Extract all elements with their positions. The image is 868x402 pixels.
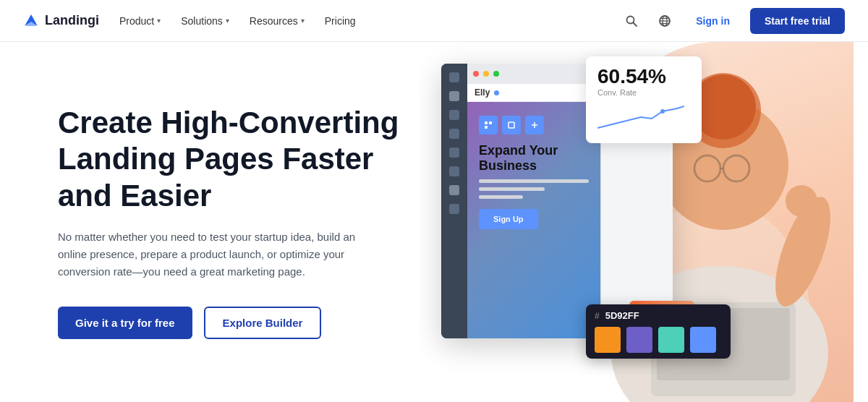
sidebar-tool-8 xyxy=(449,204,459,214)
sidebar-tool-5 xyxy=(449,147,459,158)
svg-rect-23 xyxy=(485,126,488,129)
conv-rate-label: Conv. Rate xyxy=(597,88,690,97)
start-trial-button[interactable]: Start free trial xyxy=(750,8,845,34)
swatch-blue xyxy=(690,327,716,353)
hero-description: No matter whether you need to test your … xyxy=(58,228,362,281)
sidebar-tool-4 xyxy=(449,129,459,139)
canvas-content: Expand Your Business Sign Up xyxy=(467,104,600,338)
palette-card: # 5D92FF xyxy=(586,304,731,359)
canvas-toolbar xyxy=(467,64,600,84)
sidebar-tool-2 xyxy=(449,91,459,101)
canvas-signup-button[interactable]: Sign Up xyxy=(479,209,538,229)
cta-primary-button[interactable]: Give it a try for free xyxy=(58,307,192,339)
close-dot xyxy=(473,71,479,77)
palette-hex-row: # 5D92FF xyxy=(595,310,722,321)
search-button[interactable] xyxy=(621,10,642,32)
nav-item-solutions[interactable]: Solutions ▾ xyxy=(172,9,238,33)
elly-indicator xyxy=(494,90,499,95)
hero-text: Create High-Converting Landing Pages Fas… xyxy=(58,105,420,339)
nav-item-resources[interactable]: Resources ▾ xyxy=(241,9,313,33)
swatch-orange xyxy=(595,327,621,353)
hex-value: 5D92FF xyxy=(605,310,639,321)
nav-resources-label: Resources xyxy=(250,15,298,27)
expand-line-3 xyxy=(479,195,523,199)
swatch-teal xyxy=(658,327,684,353)
nav-item-product[interactable]: Product ▾ xyxy=(111,9,169,33)
sidebar-tool-6 xyxy=(449,166,459,176)
resources-chevron-icon: ▾ xyxy=(301,17,305,25)
svg-rect-21 xyxy=(485,121,488,124)
minimize-dot xyxy=(483,71,489,77)
canvas-icon-2 xyxy=(502,116,521,134)
svg-line-3 xyxy=(634,22,637,26)
navbar-right: Sign in Start free trial xyxy=(621,8,845,34)
cta-secondary-button[interactable]: Explore Builder xyxy=(204,307,322,339)
canvas-icon-1 xyxy=(479,116,498,134)
signin-button[interactable]: Sign in xyxy=(687,9,739,33)
elly-label: Elly xyxy=(475,87,490,98)
conv-rate-value: 60.54% xyxy=(597,65,690,88)
sidebar-tool-1 xyxy=(449,72,459,82)
sidebar-tool-3 xyxy=(449,110,459,120)
navbar-left: Landingi Product ▾ Solutions ▾ Resources… xyxy=(23,9,365,33)
globe-icon xyxy=(658,14,671,27)
hero-section: Create High-Converting Landing Pages Fas… xyxy=(0,42,868,402)
elly-card: Elly xyxy=(467,84,600,102)
expand-title: Expand Your Business xyxy=(479,143,589,174)
hero-visual: Elly xyxy=(420,42,868,402)
svg-point-27 xyxy=(660,109,665,114)
sidebar-tool-7 xyxy=(449,185,459,195)
expand-line-2 xyxy=(479,187,545,191)
hash-symbol: # xyxy=(595,311,600,321)
conversion-card: 60.54% Conv. Rate xyxy=(586,56,702,143)
svg-rect-22 xyxy=(489,121,492,124)
builder-sidebar xyxy=(441,64,467,338)
search-icon xyxy=(625,14,638,27)
nav-product-label: Product xyxy=(119,15,154,27)
logo[interactable]: Landingi xyxy=(23,13,99,29)
brand-name: Landingi xyxy=(45,13,99,28)
nav-item-pricing[interactable]: Pricing xyxy=(316,9,365,33)
svg-rect-24 xyxy=(509,122,514,128)
expand-line-1 xyxy=(479,179,589,183)
solutions-chevron-icon: ▾ xyxy=(226,17,229,25)
product-chevron-icon: ▾ xyxy=(157,17,161,25)
palette-swatches xyxy=(595,327,722,353)
hero-buttons: Give it a try for free Explore Builder xyxy=(58,307,420,339)
logo-icon xyxy=(23,13,39,29)
swatch-purple xyxy=(626,327,652,353)
mini-chart xyxy=(597,103,684,132)
builder-canvas: Elly xyxy=(467,64,600,338)
language-button[interactable] xyxy=(654,10,676,32)
maximize-dot xyxy=(493,71,499,77)
nav-solutions-label: Solutions xyxy=(181,15,223,27)
canvas-icon-row xyxy=(479,116,589,134)
nav-items: Product ▾ Solutions ▾ Resources ▾ Pricin… xyxy=(111,9,365,33)
navbar: Landingi Product ▾ Solutions ▾ Resources… xyxy=(0,0,868,42)
hero-title: Create High-Converting Landing Pages Fas… xyxy=(58,105,420,214)
canvas-icon-3 xyxy=(525,116,544,134)
nav-pricing-label: Pricing xyxy=(325,15,356,27)
svg-point-20 xyxy=(786,185,817,217)
